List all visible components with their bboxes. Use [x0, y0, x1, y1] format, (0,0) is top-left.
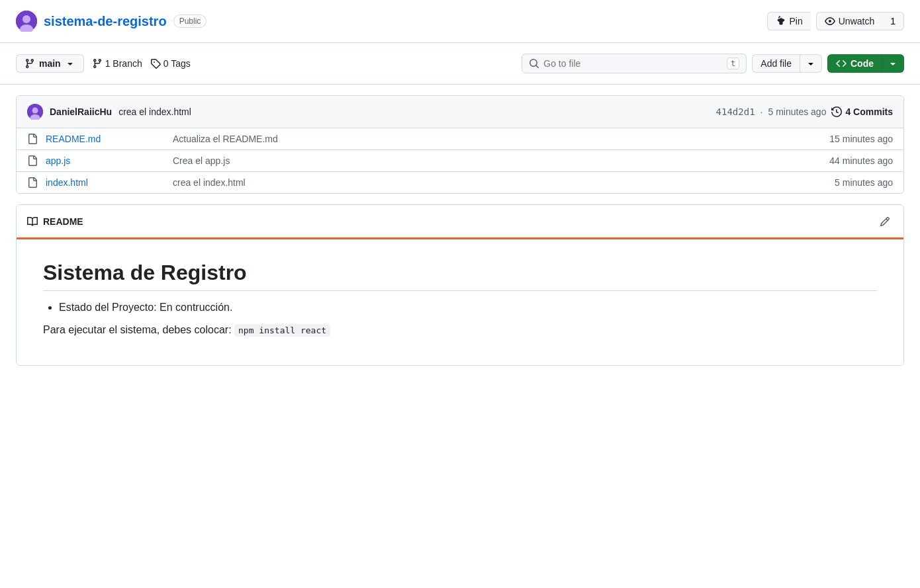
- commit-author[interactable]: DanielRaiicHu: [50, 106, 112, 117]
- add-file-chevron-icon: [805, 58, 816, 69]
- code-button[interactable]: Code: [827, 54, 882, 73]
- eye-icon: [825, 16, 835, 26]
- commits-count-label: 4 Commits: [845, 106, 893, 117]
- document-icon: [27, 177, 38, 188]
- pin-icon: [776, 16, 786, 26]
- history-icon: [831, 106, 842, 117]
- commit-avatar-img: [27, 104, 43, 120]
- unwatch-label: Unwatch: [839, 16, 874, 26]
- add-file-group: Add file: [752, 54, 822, 73]
- tag-icon: [150, 58, 161, 69]
- readme-paragraph: Para ejecutar el sistema, debes colocar:…: [43, 321, 877, 339]
- repo-name[interactable]: sistema-de-registro: [44, 14, 167, 29]
- readme-heading: Sistema de Registro: [43, 261, 877, 291]
- branches-count: 1 Branch: [105, 58, 142, 69]
- header-actions: Pin Unwatch 1: [767, 12, 905, 30]
- goto-file-search[interactable]: t: [522, 54, 747, 73]
- readme-edit-button[interactable]: [877, 213, 893, 230]
- commit-time: 5 minutes ago: [768, 106, 826, 117]
- search-icon: [529, 58, 539, 69]
- svg-point-4: [32, 108, 38, 114]
- branch-icon: [24, 58, 35, 69]
- file-commit-msg: crea el index.html: [173, 177, 792, 188]
- branch-selector[interactable]: main: [16, 54, 84, 73]
- file-time: 44 minutes ago: [800, 155, 893, 166]
- file-name[interactable]: index.html: [46, 177, 165, 188]
- unwatch-count[interactable]: 1: [882, 12, 904, 30]
- unwatch-button[interactable]: Unwatch: [816, 12, 882, 30]
- file-icon: [27, 155, 38, 166]
- repo-title-group: sistema-de-registro Public: [16, 11, 207, 32]
- readme-title-group: README: [27, 216, 83, 227]
- readme-title: README: [43, 216, 83, 227]
- code-icon: [836, 58, 847, 69]
- tags-link[interactable]: 0 Tags: [150, 58, 191, 69]
- commit-hash[interactable]: 414d2d1: [716, 106, 755, 117]
- file-time: 15 minutes ago: [800, 134, 893, 144]
- branch-count-icon: [92, 58, 103, 69]
- book-icon: [27, 216, 38, 227]
- public-badge: Public: [173, 15, 207, 28]
- pin-button-group: Pin: [767, 12, 811, 30]
- file-rows: README.md Actualiza el README.md 15 minu…: [17, 128, 903, 193]
- branch-tags-group: 1 Branch 0 Tags: [92, 58, 191, 69]
- add-file-button[interactable]: Add file: [752, 54, 800, 73]
- file-commit-msg: Actualiza el README.md: [173, 134, 792, 144]
- commit-avatar: [27, 104, 43, 120]
- pin-label: Pin: [790, 16, 803, 26]
- commit-dot: ·: [760, 106, 763, 117]
- readme-list: Estado del Proyecto: En contrucción.: [59, 302, 877, 314]
- readme-body: Sistema de Registro Estado del Proyecto:…: [17, 239, 903, 365]
- code-label: Code: [851, 58, 874, 69]
- commits-link[interactable]: 4 Commits: [831, 106, 893, 117]
- readme-paragraph-text: Para ejecutar el sistema, debes colocar:: [43, 324, 232, 335]
- table-row: app.js Crea el app.js 44 minutes ago: [17, 150, 903, 172]
- readme-header: README: [17, 205, 903, 239]
- document-icon: [27, 134, 38, 144]
- commit-bar: DanielRaiicHu crea el index.html 414d2d1…: [17, 96, 903, 128]
- document-icon: [27, 155, 38, 166]
- table-row: index.html crea el index.html 5 minutes …: [17, 172, 903, 193]
- branch-name: main: [39, 58, 61, 69]
- file-icon: [27, 177, 38, 188]
- commit-message: crea el index.html: [118, 106, 191, 117]
- file-icon: [27, 134, 38, 144]
- readme-code: npm install react: [234, 324, 330, 337]
- code-button-group: Code: [827, 54, 904, 73]
- toolbar: main 1 Branch 0 Tags t Add file: [0, 43, 920, 85]
- commit-meta: 414d2d1 · 5 minutes ago 4 Commits: [716, 106, 893, 117]
- code-chevron-icon: [888, 58, 898, 69]
- add-file-caret[interactable]: [800, 54, 822, 73]
- file-name[interactable]: app.js: [46, 155, 165, 166]
- chevron-down-icon: [65, 58, 75, 69]
- unwatch-button-group: Unwatch 1: [816, 12, 904, 30]
- pin-button[interactable]: Pin: [767, 12, 811, 30]
- svg-point-1: [23, 15, 30, 23]
- file-table: DanielRaiicHu crea el index.html 414d2d1…: [16, 95, 904, 194]
- readme-section: README Sistema de Registro Estado del Pr…: [16, 204, 904, 366]
- file-name[interactable]: README.md: [46, 134, 165, 144]
- add-file-label: Add file: [760, 58, 792, 69]
- tags-count: 0 Tags: [163, 58, 191, 69]
- goto-input[interactable]: [543, 58, 723, 69]
- file-commit-msg: Crea el app.js: [173, 155, 792, 166]
- table-row: README.md Actualiza el README.md 15 minu…: [17, 128, 903, 150]
- file-time: 5 minutes ago: [800, 177, 893, 188]
- readme-list-item: Estado del Proyecto: En contrucción.: [59, 302, 877, 314]
- branches-link[interactable]: 1 Branch: [92, 58, 142, 69]
- goto-shortcut: t: [727, 58, 739, 69]
- avatar: [16, 11, 37, 32]
- avatar-svg: [16, 11, 37, 32]
- code-caret[interactable]: [882, 54, 904, 73]
- repo-header: sistema-de-registro Public Pin Unwatch 1: [0, 0, 920, 43]
- pencil-icon: [880, 216, 890, 227]
